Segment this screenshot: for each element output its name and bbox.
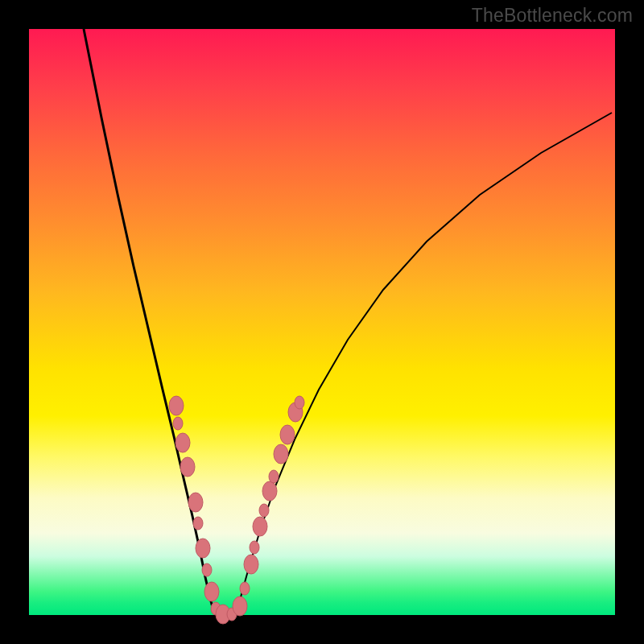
markers-group	[169, 396, 304, 624]
curves-group	[84, 29, 612, 613]
marker-point	[259, 504, 269, 517]
marker-point	[175, 433, 190, 452]
marker-point	[180, 457, 195, 477]
marker-point	[188, 493, 203, 512]
marker-point	[204, 582, 219, 601]
marker-point	[233, 597, 247, 616]
marker-point	[173, 417, 183, 430]
marker-point	[280, 425, 295, 444]
marker-point	[193, 517, 203, 530]
marker-point	[244, 555, 258, 574]
marker-point	[250, 541, 259, 554]
marker-point	[262, 481, 277, 501]
curve-svg	[29, 29, 615, 615]
watermark-text: TheBottleneck.com	[472, 5, 633, 27]
curve-right-branch	[237, 113, 612, 613]
marker-point	[202, 564, 212, 576]
chart-container: TheBottleneck.com	[0, 0, 644, 644]
marker-point	[240, 582, 250, 595]
plot-area	[29, 29, 615, 615]
marker-point	[295, 396, 304, 409]
marker-point	[169, 396, 184, 415]
marker-point	[274, 444, 288, 464]
marker-point	[196, 539, 210, 558]
marker-point	[253, 517, 267, 536]
marker-point	[269, 470, 279, 483]
